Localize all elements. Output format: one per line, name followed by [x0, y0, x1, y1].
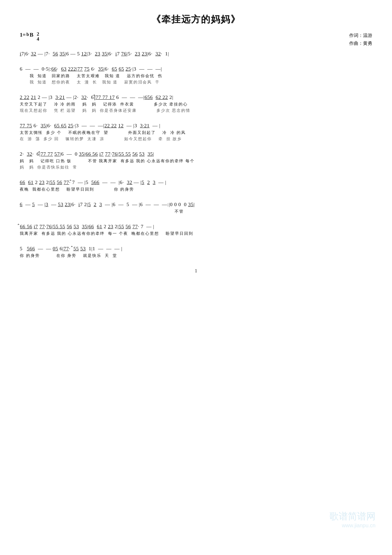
section-4: 2· 32· 6|̂77 77 57|6 — 0 35|66 56 i7 77·…	[20, 151, 372, 170]
notation-s2: 2 22 21 2 — |3 3·21 — |2· 32· 6|̂77 77 1…	[20, 94, 372, 100]
key-label: 1=	[20, 32, 26, 38]
lyricist-line: 作词：温游	[349, 32, 372, 40]
lyrics-s4-1: 妈 妈 记得吃 口热 饭 不管 我离开家 有多远 我的 心永远有你的牵绊 每个	[20, 158, 372, 164]
notation-intro: i7|6· 32 — |7· 56 35|6 — 5 12|3· 23 35|6…	[20, 51, 372, 57]
section-2: 2 22 21 2 — |3 3·21 — |2· 32· 6|̂77 77 1…	[20, 94, 372, 113]
lyrics-s7-1: 我离开家 有多远 我的 心永远有你的牵绊 每一 个夜 晚都在心里想 盼望早日回到	[20, 231, 372, 236]
notation-s3: 77 75 6· 35|6· 65 65 25·|3 — — —|22 22 1…	[20, 123, 372, 129]
lyrics-s8-1: 你 的身旁 在你 身旁 就是快乐 天 堂	[20, 253, 372, 259]
section-3: 77 75 6· 35|6· 65 65 25·|3 — — —|22 22 1…	[20, 123, 372, 142]
flat-symbol: b	[26, 32, 29, 37]
notation-s7: ̂66 56 i7 77·76|55 55 56 53 35|66 61 2 2…	[20, 224, 372, 230]
lyrics-s5-1: 夜晚 我都在心里想 盼望早日回到 你 的身旁	[20, 187, 372, 192]
watermark: 歌谱简谱网 www.jianpu.cn	[329, 510, 376, 529]
notation-s8: 5 566 — — 05 6|77· ̂55 53 1|1 — — — |	[20, 246, 372, 252]
lyrics-s1-1: 我 知道 回家的路 太苦太艰难 我知 道 远方的你会忧 伤	[20, 73, 372, 79]
composer-line: 作曲：黄勇	[349, 40, 372, 47]
page-number: 1	[20, 268, 372, 274]
lyrics-s1-2: 我 知道 想你的夜 太 漫 长 我知 道 寂寞的泪会风 干	[20, 79, 372, 85]
key-signature: 1=bB 2 4	[20, 32, 39, 42]
section-8: 5 566 — — 05 6|77· ̂55 53 1|1 — — — | 你 …	[20, 246, 372, 259]
notation-s5: 66 61 2 23 2|55 56 77· ̂7 — |5 566 — — |…	[20, 179, 372, 185]
lyrics-s2-2: 现在又想起你 凭 栏 远望 妈 妈 你是否身体还安康 多少次 思念的情	[20, 108, 372, 113]
section-7: ̂66 56 i7 77·76|55 55 56 53 35|66 61 2 2…	[20, 224, 372, 236]
lyrics-s3-2: 在 游 荡 多少 回 辗转的梦 太凄 凉 如今又想起你 牵 挂 故乡	[20, 136, 372, 142]
lyrics-s3-1: 太苦太惆怅 多少 个 不眠的夜晚在守 望 外面又刮起了 冷 冷 的风	[20, 130, 372, 136]
authors: 作词：温游 作曲：黄勇	[349, 32, 372, 47]
notation-s6: 6 — 5 — |3 — 53 23|6· i7 2|5 2 3 — |6 — …	[20, 201, 372, 207]
score-area: i7|6· 32 — |7· 56 35|6 — 5 12|3· 23 35|6…	[20, 51, 372, 259]
key-note: B	[30, 32, 33, 38]
lyrics-s4-2: 妈 妈 你是否快乐如往 常	[20, 165, 372, 170]
section-1: 6 — — 0·5|:66· 63 222|77 75 6· 35|6· 65 …	[20, 66, 372, 85]
lyrics-s2-1: 天空又下起了 冷 冷 的雨 妈 妈 记得添 件衣裳 多少次 牵挂的心	[20, 102, 372, 107]
notation-s4: 2· 32· 6|̂77 77 57|6 — 0 35|66 56 i7 77·…	[20, 151, 372, 157]
section-5: 66 61 2 23 2|55 56 77· ̂7 — |5 566 — — |…	[20, 179, 372, 192]
notation-s1: 6 — — 0·5|:66· 63 222|77 75 6· 35|6· 65 …	[20, 66, 372, 72]
lyrics-s6-1: 不管	[20, 209, 372, 214]
time-signature: 2 4	[37, 32, 39, 42]
section-intro: i7|6· 32 — |7· 56 35|6 — 5 12|3· 23 35|6…	[20, 51, 372, 57]
section-6: 6 — 5 — |3 — 53 23|6· i7 2|5 2 3 — |6 — …	[20, 201, 372, 214]
page-title: 《牵挂远方的妈妈》	[20, 13, 372, 26]
